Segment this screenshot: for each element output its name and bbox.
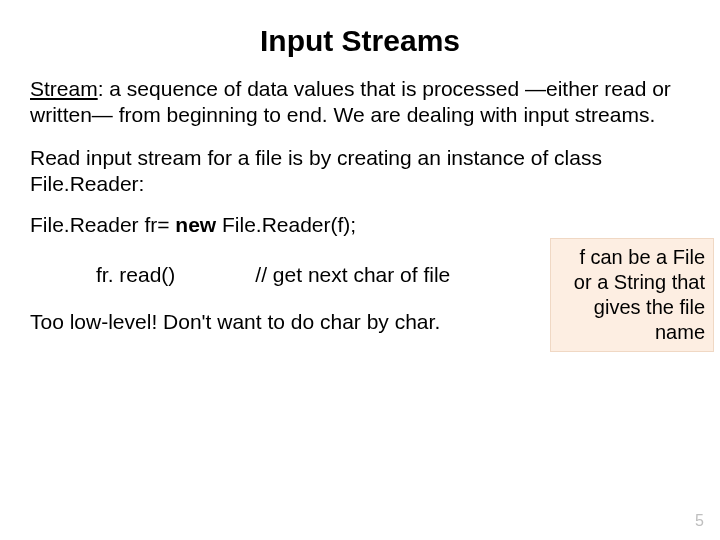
stream-term: Stream — [30, 77, 98, 100]
definition-text: : a sequence of data values that is proc… — [30, 77, 671, 126]
read-comment: // get next char of file — [255, 263, 450, 286]
keyword-new: new — [175, 213, 216, 236]
slide-title: Input Streams — [30, 24, 690, 58]
code-post: File.Reader(f); — [216, 213, 356, 236]
read-call: fr. read() — [96, 263, 175, 286]
side-note-box: f can be a File or a String that gives t… — [550, 238, 714, 352]
definition-paragraph: Stream: a sequence of data values that i… — [30, 76, 680, 129]
filereader-intro: Read input stream for a file is by creat… — [30, 145, 680, 198]
page-number: 5 — [695, 512, 704, 530]
code-instantiation: File.Reader fr= new File.Reader(f); — [30, 213, 690, 237]
code-pre: File.Reader fr= — [30, 213, 175, 236]
